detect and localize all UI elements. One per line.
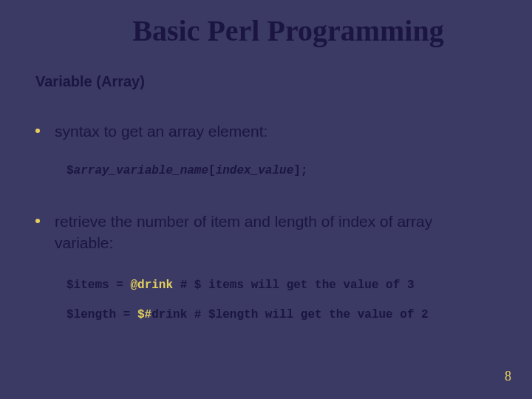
- bullet-text: retrieve the number of item and length o…: [55, 211, 483, 253]
- slide: Basic Perl Programming Variable (Array) …: [0, 0, 532, 399]
- code-token: ];: [293, 164, 307, 177]
- code-token: $length =: [66, 308, 137, 321]
- bullet-icon: [35, 219, 40, 223]
- code-comment: # $length will get the value of 2: [187, 308, 428, 321]
- bullet-item: syntax to get an array element:: [35, 121, 532, 142]
- code-length-line: $length = $#drink # $length will get the…: [66, 308, 532, 321]
- code-token-italic: index_value: [216, 164, 294, 177]
- code-token-highlight: @drink: [130, 279, 173, 292]
- slide-title: Basic Perl Programming: [44, 0, 532, 48]
- code-token-italic: array_variable_name: [74, 164, 208, 177]
- code-items-line: $items = @drink # $ items will get the v…: [66, 279, 532, 292]
- bullet-text: syntax to get an array element:: [55, 121, 267, 142]
- code-comment: # $ items will get the value of 3: [173, 279, 414, 292]
- code-token: [: [208, 164, 216, 177]
- code-syntax-line: $array_variable_name[index_value];: [66, 164, 532, 177]
- code-token-highlight: $#: [137, 308, 151, 321]
- page-number: 8: [505, 369, 511, 384]
- code-token: drink: [151, 308, 187, 321]
- slide-subtitle: Variable (Array): [35, 73, 532, 90]
- bullet-icon: [35, 129, 40, 133]
- code-token: $: [66, 164, 74, 177]
- bullet-item: retrieve the number of item and length o…: [35, 211, 532, 253]
- code-token: $items =: [66, 279, 130, 292]
